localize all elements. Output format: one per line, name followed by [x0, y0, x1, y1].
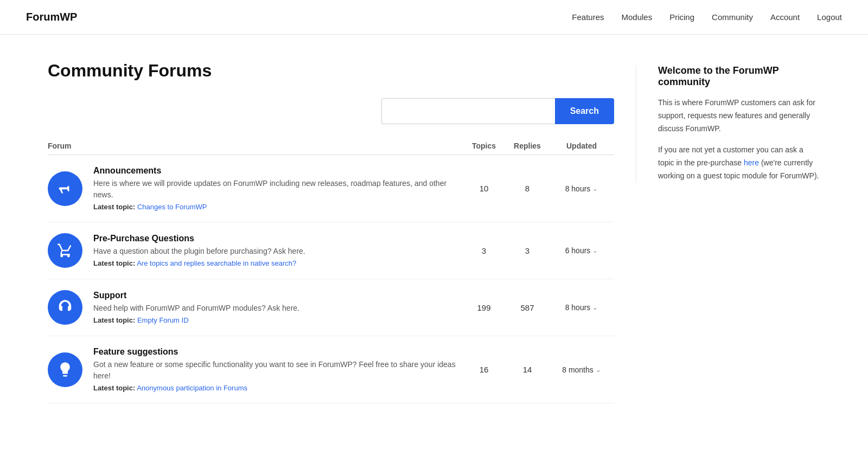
forum-desc: Need help with ForumWP and ForumWP modul… [93, 303, 462, 314]
header-replies: Replies [506, 142, 549, 150]
forum-desc: Here is where we will provide updates on… [93, 178, 462, 201]
latest-topic-link[interactable]: Empty Forum ID [137, 316, 189, 324]
updated-value: 8 hours [565, 184, 591, 193]
search-bar: Search [48, 98, 614, 124]
table-row: Support Need help with ForumWP and Forum… [48, 279, 614, 336]
header-forum: Forum [48, 142, 462, 150]
forum-icon-announcements [48, 171, 82, 206]
sidebar-paragraph1: This is where ForumWP customers can ask … [658, 97, 820, 135]
chevron-down-icon[interactable]: ⌄ [592, 185, 598, 192]
forum-desc: Got a new feature or some specific funct… [93, 359, 462, 382]
forum-info-feature-suggestions: Feature suggestions Got a new feature or… [93, 347, 462, 392]
updated-value: 8 months [562, 365, 593, 374]
updated-value: 8 hours [565, 303, 591, 312]
forum-name[interactable]: Announcements [93, 166, 462, 176]
forum-topics-count: 3 [462, 246, 506, 255]
main-layout: Community Forums Search Forum Topics Rep… [22, 35, 846, 403]
forum-latest: Latest topic: Are topics and replies sea… [93, 259, 462, 267]
chevron-down-icon[interactable]: ⌄ [596, 366, 601, 374]
latest-label: Latest topic: [93, 203, 135, 211]
table-row: Feature suggestions Got a new feature or… [48, 336, 614, 403]
forum-name[interactable]: Support [93, 291, 462, 300]
forum-latest: Latest topic: Empty Forum ID [93, 316, 462, 324]
forum-latest: Latest topic: Anonymous participation in… [93, 384, 462, 392]
search-input[interactable] [381, 98, 555, 124]
table-header: Forum Topics Replies Updated [48, 137, 614, 155]
forum-replies-count: 3 [506, 246, 549, 255]
sidebar-here-link[interactable]: here [744, 158, 759, 167]
forum-updated: 8 hours ⌄ [549, 303, 614, 312]
latest-topic-link[interactable]: Are topics and replies searchable in nat… [137, 259, 296, 267]
content-area: Community Forums Search Forum Topics Rep… [48, 61, 614, 403]
forum-topics-count: 10 [462, 184, 506, 193]
table-row: Announcements Here is where we will prov… [48, 155, 614, 222]
nav-pricing[interactable]: Pricing [669, 12, 694, 22]
sidebar-title: Welcome to the ForumWP community [658, 65, 820, 88]
nav-account[interactable]: Account [770, 12, 800, 22]
forum-info-support: Support Need help with ForumWP and Forum… [93, 291, 462, 324]
search-button[interactable]: Search [555, 98, 614, 124]
latest-topic-link[interactable]: Anonymous participation in Forums [137, 384, 247, 392]
sidebar-paragraph2: If you are not yet a customer you can as… [658, 144, 820, 182]
nav-community[interactable]: Community [712, 12, 753, 22]
forum-list: Announcements Here is where we will prov… [48, 155, 614, 403]
sidebar-wrapper: Welcome to the ForumWP community This is… [636, 65, 820, 183]
latest-label: Latest topic: [93, 316, 135, 324]
page-title: Community Forums [48, 61, 614, 81]
forum-latest: Latest topic: Changes to ForumWP [93, 203, 462, 211]
sidebar: Welcome to the ForumWP community This is… [636, 61, 820, 403]
chevron-down-icon[interactable]: ⌄ [592, 247, 598, 254]
forum-replies-count: 587 [506, 303, 549, 312]
forum-info-announcements: Announcements Here is where we will prov… [93, 166, 462, 211]
header: ForumWP Features Modules Pricing Communi… [0, 0, 868, 35]
forum-icon-feature-suggestions [48, 352, 82, 387]
forum-icon-pre-purchase [48, 233, 82, 268]
forum-topics-count: 16 [462, 365, 506, 374]
forum-topics-count: 199 [462, 303, 506, 312]
logo: ForumWP [26, 11, 77, 23]
updated-value: 6 hours [565, 246, 591, 255]
table-row: Pre-Purchase Questions Have a question a… [48, 222, 614, 279]
latest-label: Latest topic: [93, 384, 135, 392]
main-nav: Features Modules Pricing Community Accou… [572, 12, 842, 22]
nav-modules[interactable]: Modules [621, 12, 652, 22]
forum-info-pre-purchase: Pre-Purchase Questions Have a question a… [93, 234, 462, 267]
forum-name[interactable]: Feature suggestions [93, 347, 462, 357]
latest-topic-link[interactable]: Changes to ForumWP [137, 203, 207, 211]
forum-updated: 8 months ⌄ [549, 365, 614, 374]
forum-replies-count: 8 [506, 184, 549, 193]
forum-icon-support [48, 290, 82, 325]
chevron-down-icon[interactable]: ⌄ [592, 304, 598, 311]
header-updated: Updated [549, 142, 614, 150]
nav-logout[interactable]: Logout [817, 12, 842, 22]
latest-label: Latest topic: [93, 259, 135, 267]
forum-updated: 6 hours ⌄ [549, 246, 614, 255]
forum-updated: 8 hours ⌄ [549, 184, 614, 193]
forum-name[interactable]: Pre-Purchase Questions [93, 234, 462, 243]
forum-desc: Have a question about the plugin before … [93, 246, 462, 257]
header-topics: Topics [462, 142, 506, 150]
nav-features[interactable]: Features [572, 12, 604, 22]
forum-replies-count: 14 [506, 365, 549, 374]
